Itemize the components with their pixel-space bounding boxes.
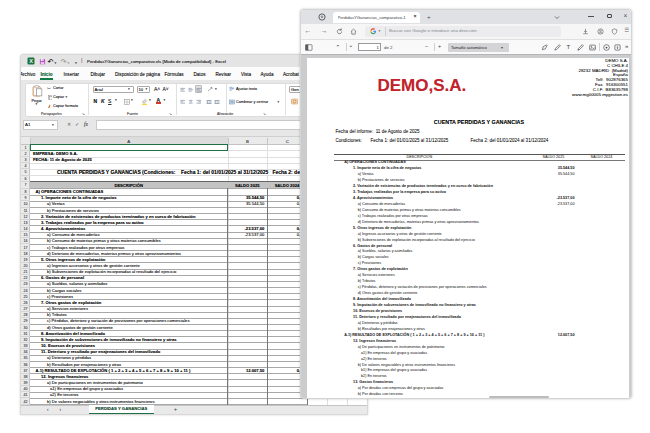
svg-text:X: X (29, 58, 33, 64)
